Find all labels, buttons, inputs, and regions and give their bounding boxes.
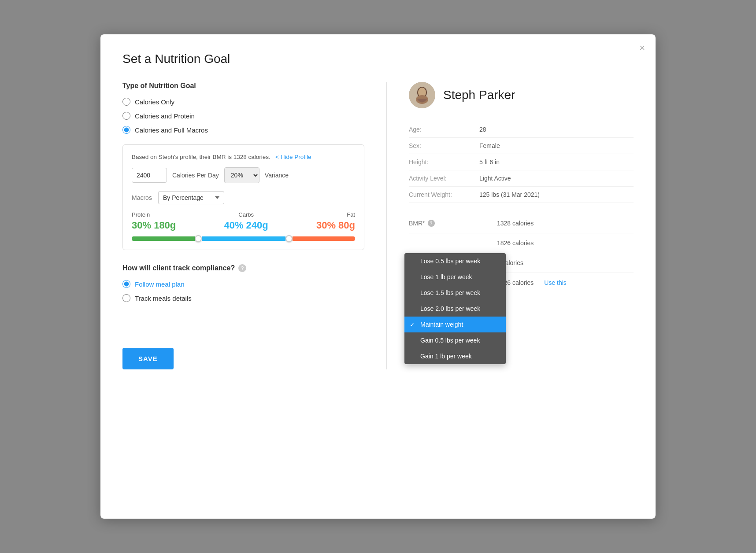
goal-type-title: Type of Nutrition Goal: [122, 82, 364, 90]
compliance-title-row: How will client track compliance? ?: [122, 264, 364, 272]
macros-select[interactable]: By Percentage By Grams: [158, 191, 224, 204]
radio-calories-macros[interactable]: Calories and Full Macros: [122, 126, 364, 134]
carbs-value: 40% 240g: [224, 220, 268, 231]
radio-calories-only[interactable]: Calories Only: [122, 98, 364, 106]
dropdown-item-1[interactable]: Lose 1 lb per week: [404, 269, 506, 285]
radio-track-meals[interactable]: Track meals details: [122, 294, 364, 302]
compliance-section: How will client track compliance? ? Foll…: [122, 264, 364, 302]
radio-track-meals-label: Track meals details: [135, 295, 192, 302]
radio-calories-protein-input[interactable]: [122, 112, 130, 120]
carbs-label: Carbs: [224, 211, 268, 218]
stat-age: Age: 28: [409, 122, 634, 138]
goal-type-radio-group: Calories Only Calories and Protein Calor…: [122, 98, 364, 134]
macros-label: Macros: [132, 194, 152, 201]
stat-height: Height: 5 ft 6 in: [409, 154, 634, 170]
protein-value: 30% 180g: [132, 220, 176, 231]
dropdown-item-2[interactable]: Lose 1.5 lbs per week: [404, 285, 506, 301]
radio-track-meals-input[interactable]: [122, 294, 130, 302]
radio-calories-protein[interactable]: Calories and Protein: [122, 112, 364, 120]
calories-input[interactable]: [132, 168, 167, 183]
variance-select[interactable]: 20% 10% 15% 25%: [224, 167, 259, 183]
calories-per-day-label: Calories Per Day: [172, 172, 219, 179]
close-button[interactable]: ×: [639, 43, 645, 53]
dropdown-item-5[interactable]: Gain 0.5 lbs per week: [404, 332, 506, 348]
protein-slider-handle[interactable]: [195, 235, 202, 242]
radio-follow-meal[interactable]: Follow meal plan: [122, 280, 364, 288]
protein-slider-segment: [132, 236, 195, 241]
dropdown-item-0[interactable]: Lose 0.5 lbs per week: [404, 253, 506, 269]
save-button[interactable]: SAVE: [122, 348, 174, 369]
carbs-slider-segment: [202, 236, 285, 241]
use-this-link[interactable]: Use this: [544, 279, 567, 286]
profile-stats: Age: 28 Sex: Female Height: 5 ft 6 in Ac…: [409, 122, 634, 203]
dropdown-item-6[interactable]: Gain 1 lb per week: [404, 348, 506, 364]
avatar: [409, 82, 435, 108]
protein-label: Protein: [132, 211, 176, 218]
radio-follow-meal-label: Follow meal plan: [135, 280, 185, 288]
radio-calories-protein-label: Calories and Protein: [135, 112, 195, 120]
bmr-section: BMR* ? 1328 calories Lose 0.5 lbs per we…: [409, 214, 634, 292]
user-name: Steph Parker: [443, 88, 515, 102]
left-column: Type of Nutrition Goal Calories Only Cal…: [122, 82, 387, 369]
bmr-question-icon: ?: [428, 220, 435, 227]
bmr-value: 1328 calories: [497, 220, 534, 227]
radio-calories-macros-label: Calories and Full Macros: [135, 126, 208, 134]
fat-value: 30% 80g: [316, 220, 355, 231]
dropdown-item-4[interactable]: Maintain weight: [404, 317, 506, 332]
fat-macro: Fat 30% 80g: [316, 211, 355, 231]
modal-container: × Set a Nutrition Goal Type of Nutrition…: [100, 34, 656, 519]
macro-slider[interactable]: [132, 236, 355, 242]
stat-weight: Current Weight: 125 lbs (31 Mar 2021): [409, 187, 634, 203]
macros-values: Protein 30% 180g Carbs 40% 240g Fat 30% …: [132, 211, 355, 231]
variance-label: Variance: [265, 172, 289, 179]
help-icon: ?: [238, 264, 246, 272]
radio-calories-only-input[interactable]: [122, 98, 130, 106]
hide-profile-link[interactable]: < Hide Profile: [275, 154, 311, 160]
protein-macro: Protein 30% 180g: [132, 211, 176, 231]
page-title: Set a Nutrition Goal: [122, 52, 634, 66]
two-column-layout: Type of Nutrition Goal Calories Only Cal…: [122, 82, 634, 369]
bmr-label: BMR* ?: [409, 220, 497, 227]
carbs-macro: Carbs 40% 240g: [224, 211, 268, 231]
stat-sex: Sex: Female: [409, 138, 634, 154]
dropdown-item-3[interactable]: Lose 2.0 lbs per week: [404, 301, 506, 317]
carbs-slider-handle[interactable]: [285, 235, 293, 242]
goal-dropdown[interactable]: Lose 0.5 lbs per week Lose 1 lb per week…: [404, 253, 506, 364]
compliance-radio-group: Follow meal plan Track meals details: [122, 280, 364, 302]
calories-1826-row: 1826 calories: [409, 233, 634, 253]
macros-row: Macros By Percentage By Grams: [132, 191, 355, 204]
fat-label: Fat: [316, 211, 355, 218]
radio-follow-meal-input[interactable]: [122, 280, 130, 288]
profile-info-text: Based on Steph's profile, their BMR is 1…: [132, 154, 355, 160]
user-header: Steph Parker: [409, 82, 634, 108]
stat-activity: Activity Level: Light Active: [409, 170, 634, 187]
compliance-title: How will client track compliance?: [122, 264, 235, 272]
profile-box: Based on Steph's profile, their BMR is 1…: [122, 144, 364, 250]
radio-calories-only-label: Calories Only: [135, 98, 174, 106]
right-column: Steph Parker Age: 28 Sex: Female Height:…: [387, 82, 634, 369]
fat-slider-segment: [293, 236, 356, 241]
calories-row: Calories Per Day 20% 10% 15% 25% Varianc…: [132, 167, 355, 183]
bmr-row: BMR* ? 1328 calories Lose 0.5 lbs per we…: [409, 214, 634, 233]
radio-calories-macros-input[interactable]: [122, 126, 130, 134]
